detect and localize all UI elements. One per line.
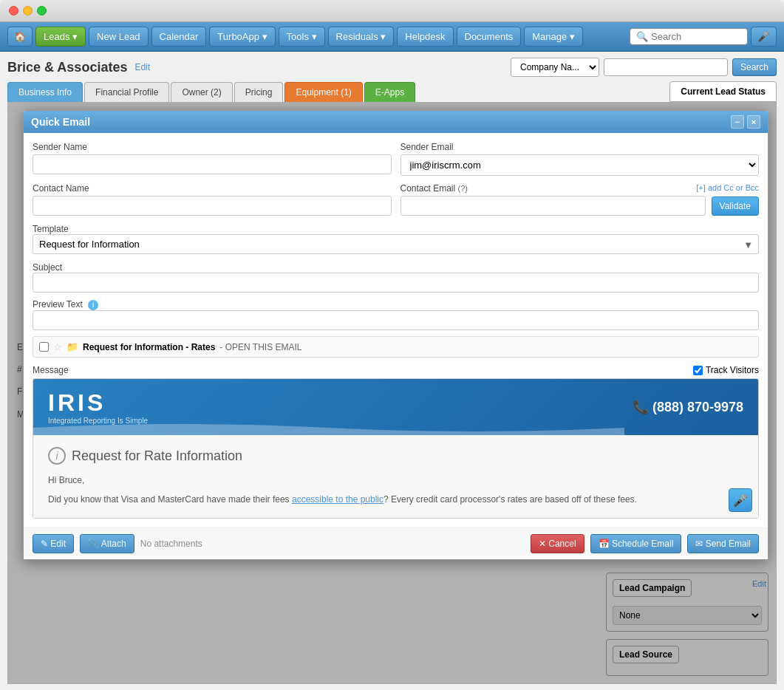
- tab-owner[interactable]: Owner (2): [171, 82, 232, 102]
- contact-email-group: Contact Email (?) [+] add Cc or Bcc bruc…: [400, 183, 760, 216]
- email-banner: IRIS Integrated Reporting Is Simple 📞 (8…: [33, 379, 758, 435]
- current-lead-status: Current Lead Status: [669, 81, 777, 102]
- page-body: Entity Type: State of Formation: # Locat…: [7, 102, 777, 684]
- validate-button[interactable]: Validate: [712, 197, 759, 216]
- residuals-button[interactable]: Residuals: [328, 27, 395, 47]
- tab-equipment[interactable]: Equipment (1): [284, 82, 362, 102]
- no-attachments-text: No attachments: [140, 539, 525, 549]
- email-body-paragraph: Did you know that Visa and MasterCard ha…: [48, 493, 743, 506]
- documents-button[interactable]: Documents: [457, 27, 522, 47]
- sender-email-label: Sender Email: [400, 142, 760, 152]
- message-header: Message Track Visitors: [33, 365, 759, 375]
- company-search-input[interactable]: [604, 58, 728, 76]
- sender-email-group: Sender Email jim@iriscrm.com: [400, 142, 760, 176]
- iris-phone: 📞 (888) 870-9978: [633, 399, 743, 415]
- company-name: Brice & Associates: [7, 60, 127, 75]
- mic-button[interactable]: 🎤: [751, 27, 777, 47]
- tab-financial-profile[interactable]: Financial Profile: [84, 82, 169, 102]
- contact-name-group: Contact Name Bruce James: [33, 183, 392, 216]
- preview-body-text: - OPEN THIS EMAIL: [219, 342, 301, 352]
- template-label: Template: [33, 224, 69, 234]
- helpdesk-button[interactable]: Helpdesk: [397, 27, 453, 47]
- sender-name-label: Sender Name: [33, 142, 392, 152]
- company-header: Brice & Associates Edit Company Na... Se…: [7, 58, 777, 77]
- sender-email-select[interactable]: jim@iriscrm.com: [400, 154, 760, 176]
- content-area: Brice & Associates Edit Company Na... Se…: [0, 52, 784, 690]
- window-chrome: [0, 0, 784, 22]
- close-window-button[interactable]: [9, 6, 18, 16]
- track-visitors-checkbox[interactable]: [693, 366, 703, 375]
- sender-name-input[interactable]: Jim Andrews: [33, 154, 392, 174]
- email-preview-row: ☆ 📁 Request for Information - Rates - OP…: [33, 336, 759, 358]
- edit-button[interactable]: ✎ Edit: [33, 534, 74, 553]
- search-icon: 🔍: [636, 31, 648, 42]
- contact-email-input[interactable]: bruce@briceandassociates.com: [400, 196, 706, 216]
- nav-search-box[interactable]: 🔍: [630, 28, 748, 45]
- add-cc-link[interactable]: [+] add Cc or Bcc: [696, 183, 759, 192]
- quick-email-modal: Quick Email − × Sender Name Jim Andrews: [23, 110, 768, 560]
- modal-minimize-button[interactable]: −: [731, 115, 744, 129]
- subject-group: Subject Request for Information - Rates: [33, 262, 759, 293]
- turbo-app-button[interactable]: TurboApp: [209, 27, 275, 47]
- info-icon: i: [48, 447, 66, 465]
- contact-email-row: bruce@briceandassociates.com Validate: [400, 196, 760, 216]
- email-greeting: Hi Bruce,: [48, 474, 743, 487]
- new-lead-button[interactable]: New Lead: [89, 27, 149, 47]
- company-search-area: Company Na... Search: [511, 58, 777, 77]
- contact-email-label: Contact Email (?): [400, 183, 468, 194]
- company-edit-link[interactable]: Edit: [134, 62, 150, 72]
- tools-button[interactable]: Tools: [279, 27, 325, 47]
- tab-pricing[interactable]: Pricing: [234, 82, 284, 102]
- email-link[interactable]: accessible to the public: [292, 494, 384, 505]
- iris-logo-text: IRIS: [48, 389, 148, 417]
- tab-business-info[interactable]: Business Info: [7, 82, 83, 102]
- company-search-button[interactable]: Search: [732, 58, 777, 76]
- iris-logo: IRIS Integrated Reporting Is Simple: [48, 389, 148, 425]
- message-label: Message: [33, 365, 69, 375]
- home-button[interactable]: 🏠: [7, 27, 33, 47]
- tab-eapps[interactable]: E-Apps: [364, 82, 415, 102]
- tabs-row: Business Info Financial Profile Owner (2…: [7, 81, 777, 102]
- email-body-title: i Request for Rate Information: [48, 447, 743, 465]
- modal-footer: ✎ Edit 📎 Attach No attachments ✕ Cancel …: [24, 527, 768, 559]
- email-wave-decoration: [33, 420, 624, 435]
- preview-subject-text: Request for Information - Rates: [83, 342, 215, 352]
- subject-input[interactable]: Request for Information - Rates: [33, 273, 759, 293]
- email-body: i Request for Rate Information Hi Bruce,…: [33, 435, 758, 518]
- modal-controls: − ×: [731, 115, 760, 129]
- preview-text-input[interactable]: OPEN THIS EMAIL: [33, 310, 759, 330]
- preview-text-info-icon[interactable]: i: [88, 300, 98, 310]
- preview-text-group: Preview Text i OPEN THIS EMAIL: [33, 298, 759, 330]
- modal-title: Quick Email: [31, 116, 90, 128]
- modal-header: Quick Email − ×: [24, 111, 768, 133]
- contact-name-input[interactable]: Bruce James: [33, 196, 392, 216]
- message-mic-button[interactable]: 🎤: [729, 488, 752, 512]
- maximize-window-button[interactable]: [37, 6, 47, 16]
- modal-close-button[interactable]: ×: [747, 115, 760, 129]
- attach-button[interactable]: 📎 Attach: [80, 534, 134, 553]
- contact-name-label: Contact Name: [33, 183, 392, 194]
- leads-menu-button[interactable]: Leads: [35, 27, 86, 47]
- email-content-area: IRIS Integrated Reporting Is Simple 📞 (8…: [33, 378, 759, 519]
- subject-label: Subject: [33, 262, 62, 273]
- preview-checkbox[interactable]: [39, 342, 49, 352]
- preview-star-icon[interactable]: ☆: [53, 341, 62, 352]
- track-visitors-label: Track Visitors: [706, 365, 759, 375]
- sender-name-group: Sender Name Jim Andrews: [33, 142, 392, 176]
- company-dropdown[interactable]: Company Na...: [511, 58, 599, 77]
- template-group: Template Request for Information ▼: [33, 223, 759, 254]
- track-visitors-row: Track Visitors: [693, 365, 759, 375]
- nav-search-input[interactable]: [651, 31, 740, 42]
- cancel-button[interactable]: ✕ Cancel: [531, 534, 584, 553]
- template-select[interactable]: Request for Information: [33, 234, 759, 254]
- manage-button[interactable]: Manage: [524, 27, 583, 47]
- sender-row: Sender Name Jim Andrews Sender Email jim…: [33, 142, 759, 176]
- schedule-email-button[interactable]: 📅 Schedule Email: [590, 534, 682, 553]
- navigation-bar: 🏠 Leads New Lead Calendar TurboApp Tools…: [0, 22, 784, 52]
- template-select-wrapper: Request for Information ▼: [33, 234, 759, 254]
- minimize-window-button[interactable]: [23, 6, 33, 16]
- send-email-button[interactable]: ✉ Send Email: [687, 534, 759, 553]
- preview-folder-icon[interactable]: 📁: [67, 341, 78, 352]
- preview-text-label: Preview Text i: [33, 299, 98, 310]
- calendar-button[interactable]: Calendar: [151, 27, 207, 47]
